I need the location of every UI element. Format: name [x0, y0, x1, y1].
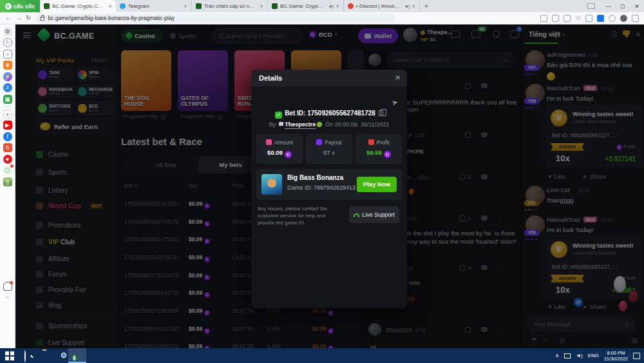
tab-audio-icon[interactable]	[328, 4, 333, 9]
history-clock-icon[interactable]: ↻	[3, 38, 12, 47]
stat-payout: Payout67 x	[306, 134, 352, 164]
secure-lock-icon[interactable]	[40, 17, 44, 21]
bcgame-favicon	[272, 3, 278, 9]
bcgame-favicon	[44, 3, 50, 9]
settings-gear-icon[interactable]: ⚙	[3, 27, 12, 36]
forward-button[interactable]	[15, 15, 22, 21]
translate-icon[interactable]	[552, 15, 559, 22]
coccoc-logo-icon: c	[5, 3, 12, 10]
modal-title: Details	[259, 74, 282, 82]
share-bet-icon[interactable]	[390, 97, 399, 108]
zalo-icon[interactable]: Z	[3, 83, 12, 92]
verified-check-icon	[275, 112, 282, 119]
start-button[interactable]	[5, 351, 15, 360]
windows-taskbar: c ∧ ◄) ENG 8:00 PM11/30/2022	[0, 348, 644, 363]
tab-close-icon[interactable]	[260, 4, 263, 9]
bookmark-star-icon[interactable]	[575, 15, 581, 21]
games-controller-icon[interactable]: ▣	[3, 95, 12, 104]
discord-favicon	[348, 3, 354, 9]
tab-close-icon[interactable]	[336, 4, 339, 9]
tab-discord[interactable]: • Discord | #mod-anno	[344, 0, 420, 12]
bcgame-favicon	[196, 3, 202, 9]
game-card: Big Bass Bonanza Game ID: 7897942629413 …	[256, 169, 402, 200]
tab-bcgame-2[interactable]: BC.Game: Crypto Casino	[268, 0, 344, 12]
system-tray: ∧ ◄) ENG 8:00 PM11/30/2022	[555, 348, 640, 363]
coin-icon: C	[285, 151, 292, 158]
amount-icon	[266, 139, 272, 145]
profit-icon	[368, 139, 374, 145]
add-app-icon[interactable]: +	[3, 110, 12, 119]
youtube-icon[interactable]: ▶	[3, 121, 12, 130]
red-app-icon[interactable]: ●	[3, 155, 12, 164]
support-note: Any issues, please contact the customer …	[258, 205, 343, 226]
screen: ccốc cốc BC.Game: Crypto Casino Gan Tele…	[0, 0, 644, 363]
headphones-icon	[354, 213, 359, 217]
browser-address-bar: bc.game/game/big-bass-bonanza-by-pragmat…	[0, 12, 644, 25]
reload-button[interactable]	[26, 15, 31, 21]
payout-icon	[316, 139, 322, 145]
tab-close-icon[interactable]	[184, 4, 187, 9]
tab-close-icon[interactable]	[412, 4, 415, 9]
facebook-icon[interactable]: f	[3, 132, 12, 141]
tab-audio-icon[interactable]	[404, 4, 409, 9]
coin-icon: C	[384, 151, 391, 158]
share-page-icon[interactable]	[564, 15, 571, 22]
shopee-icon[interactable]: S	[3, 143, 12, 152]
bet-details-modal: Details Bet ID: 1750926055627481728 By T…	[251, 70, 407, 308]
soccer-ball-icon[interactable]: ⬡	[3, 166, 12, 175]
telegram-favicon	[120, 3, 126, 9]
bet-by-line: By Thespectre On 20:00:09, 30/11/2022	[251, 121, 407, 128]
save-page-icon[interactable]	[540, 15, 547, 22]
tray-expand-icon[interactable]: ∧	[555, 353, 559, 358]
browser-tab-bar: ccốc cốc BC.Game: Crypto Casino Gan Tele…	[0, 0, 644, 12]
downloads-tray-icon[interactable]	[632, 15, 639, 22]
coccoc-brand[interactable]: ccốc cốc	[0, 0, 40, 12]
turtle-emoji	[317, 122, 322, 127]
language-indicator[interactable]: ENG	[588, 353, 599, 358]
maximize-button[interactable]: ▢	[616, 3, 630, 9]
big-bass-bonanza-thumbnail[interactable]	[261, 174, 282, 195]
minimize-button[interactable]: —	[601, 3, 616, 10]
chrome-icon[interactable]	[59, 351, 69, 360]
copy-icon[interactable]	[379, 110, 383, 116]
back-button[interactable]	[5, 15, 12, 21]
live-support-button[interactable]: Live Support	[349, 206, 399, 223]
farm-game-icon[interactable]: ▒	[3, 177, 12, 186]
reading-list-icon[interactable]: ≡	[3, 50, 12, 59]
downloader-icon[interactable]	[597, 15, 604, 22]
game-id: Game ID: 7897942629413	[287, 184, 363, 191]
adblock-shield-icon[interactable]	[585, 15, 592, 22]
stat-amount: Amount$0.09C	[256, 134, 303, 164]
bettor-username[interactable]: Thespectre	[285, 121, 316, 129]
tab-close-icon[interactable]	[108, 4, 112, 9]
new-tab-button[interactable]: +	[420, 0, 433, 12]
messenger-icon[interactable]: ⚡	[3, 72, 12, 81]
network-icon[interactable]	[564, 353, 571, 358]
reader-mode-icon[interactable]	[587, 3, 595, 9]
game-name: Big Bass Bonanza	[287, 174, 343, 181]
taskbar-search-icon[interactable]	[24, 351, 34, 360]
url-text: bc.game/game/big-bass-bonanza-by-pragmat…	[48, 15, 175, 21]
tab-limbo[interactable]: Trận chiến cấp số nhân chơi t	[192, 0, 268, 12]
modal-header: Details	[251, 70, 407, 86]
notification-bell-icon[interactable]	[3, 282, 12, 291]
rail-more-icon[interactable]: ⋯	[3, 293, 12, 302]
close-window-button[interactable]	[630, 3, 644, 10]
rail-divider	[3, 106, 12, 107]
action-center-icon[interactable]	[633, 353, 640, 359]
tab-telegram[interactable]: Telegram	[116, 0, 192, 12]
user-hat-icon	[279, 122, 283, 126]
clock[interactable]: 8:00 PM11/30/2022	[604, 350, 628, 362]
incognito-icon[interactable]	[609, 15, 616, 22]
url-field[interactable]: bc.game/game/big-bass-bonanza-by-pragmat…	[35, 14, 395, 23]
vip-crown-icon[interactable]: ♛	[3, 61, 12, 70]
file-explorer-icon[interactable]	[43, 351, 52, 360]
coccoc-taskbar-icon[interactable]: c	[73, 351, 82, 360]
modal-close-icon[interactable]	[395, 70, 401, 86]
stat-profit: Profit$6.59C	[355, 134, 402, 164]
play-now-button[interactable]: Play Now	[357, 177, 397, 192]
brand-label: cốc cốc	[14, 3, 35, 10]
profile-avatar-icon[interactable]	[620, 15, 627, 22]
tab-bcgame-1[interactable]: BC.Game: Crypto Casino Gan	[40, 0, 116, 12]
volume-icon[interactable]: ◄)	[576, 353, 583, 358]
